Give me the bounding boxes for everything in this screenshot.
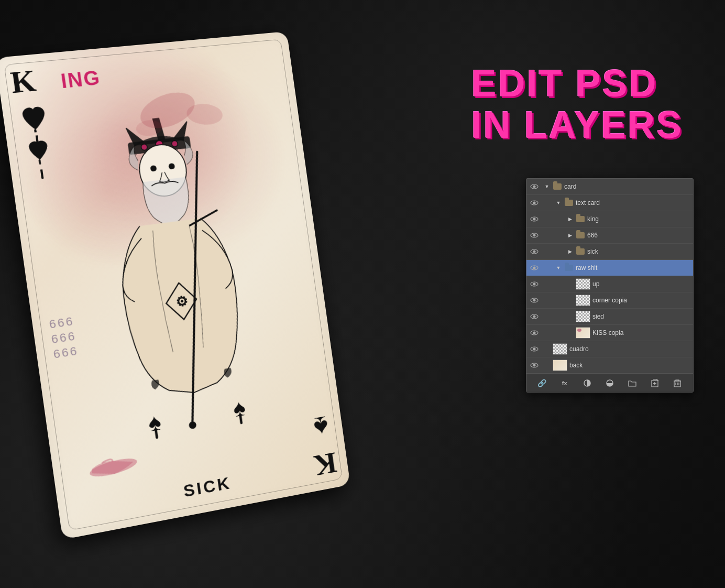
folder-button[interactable] [627, 377, 638, 389]
layer-row-back[interactable]: back [526, 357, 693, 373]
layer-label-corner-copia: corner copia [592, 297, 690, 304]
666-line1: 666 [48, 314, 75, 331]
layer-label-up: up [592, 280, 690, 288]
svg-point-29 [533, 202, 536, 204]
card-king-top: ING [59, 67, 102, 93]
svg-point-31 [533, 218, 536, 221]
svg-text:⚙: ⚙ [174, 293, 189, 310]
eye-icon-back[interactable] [530, 361, 539, 370]
layer-label-cuadro: cuadro [569, 345, 690, 353]
svg-point-35 [533, 251, 536, 253]
layer-thumb-up [576, 278, 590, 290]
heart-2 [24, 138, 55, 170]
layers-list: ▼ card ▼ text card ▶ king ▶ 666 [526, 179, 693, 373]
layer-row-up[interactable]: up [526, 276, 693, 292]
card-k-bottom: K [312, 448, 338, 481]
eye-icon-up[interactable] [530, 279, 539, 289]
svg-point-43 [533, 315, 536, 318]
folder-icon-king [576, 215, 585, 223]
adjust-button[interactable] [604, 377, 616, 389]
layer-row-text-card[interactable]: ▼ text card [526, 195, 693, 211]
layer-thumb-cuadro [553, 343, 567, 355]
layer-label-sick: sick [587, 248, 690, 255]
eye-icon-corner-copia[interactable] [530, 296, 539, 305]
link-button[interactable]: 🔗 [536, 377, 548, 389]
svg-point-41 [533, 299, 536, 302]
page-title: EDIT PSD IN LAYERS [471, 63, 683, 146]
folder-icon-sick [576, 248, 585, 255]
circle-button[interactable] [581, 377, 593, 389]
svg-point-17 [189, 421, 197, 429]
title-line2: IN LAYERS [471, 104, 683, 146]
svg-point-37 [533, 267, 536, 269]
layer-label-text-card: text card [576, 199, 690, 206]
heart-1 [19, 104, 50, 136]
folder-icon-raw-shit [564, 264, 574, 271]
panel-toolbar: 🔗 fx [526, 373, 693, 392]
title-line1: EDIT PSD [471, 63, 683, 104]
arrow-icon-666[interactable]: ▶ [566, 232, 574, 239]
eye-icon-sick[interactable] [530, 247, 539, 256]
layer-label-card: card [564, 183, 690, 190]
svg-point-45 [533, 332, 536, 334]
new-layer-button[interactable] [649, 377, 661, 389]
layer-row-sied[interactable]: sied [526, 309, 693, 324]
layer-row-kiss-copia[interactable]: KISS copia [526, 325, 693, 341]
arrow-icon-text-card[interactable]: ▼ [555, 199, 562, 206]
arrow-icon-card[interactable]: ▼ [543, 183, 551, 190]
layer-label-kiss-copia: KISS copia [592, 329, 690, 336]
folder-icon-666 [576, 232, 585, 239]
folder-icon-text-card [564, 199, 574, 206]
card-k-bottom-letter: K [312, 448, 338, 481]
arrow-icon-raw-shit[interactable]: ▼ [555, 264, 562, 271]
layer-row-king[interactable]: ▶ king [526, 211, 693, 227]
eye-icon-kiss-copia[interactable] [530, 328, 539, 337]
eye-icon-cuadro[interactable] [530, 344, 539, 354]
svg-rect-2 [39, 159, 41, 165]
layer-label-king: king [587, 215, 690, 223]
layer-row-raw-shit[interactable]: ▼ raw shit [526, 260, 693, 276]
svg-point-39 [533, 283, 536, 286]
layer-thumb-kiss-copia [576, 327, 590, 339]
eye-icon-card[interactable] [530, 182, 539, 191]
eye-icon-king[interactable] [530, 214, 539, 224]
svg-point-27 [533, 186, 536, 188]
layer-thumb-corner-copia [576, 295, 590, 306]
layer-row-corner-copia[interactable]: corner copia [526, 292, 693, 308]
fx-button[interactable]: fx [559, 377, 570, 389]
layer-row-cuadro[interactable]: cuadro [526, 341, 693, 357]
layer-row-sick[interactable]: ▶ sick [526, 244, 693, 259]
layer-label-666: 666 [587, 232, 690, 239]
svg-text:♠: ♠ [232, 394, 247, 421]
eye-icon-sied[interactable] [530, 312, 539, 321]
layer-label-raw-shit: raw shit [576, 264, 690, 271]
layer-row-666[interactable]: ▶ 666 [526, 227, 693, 243]
arrow-icon-king[interactable]: ▶ [566, 215, 574, 223]
layer-thumb-sied [576, 311, 590, 322]
svg-point-47 [533, 348, 536, 351]
eye-icon-text-card[interactable] [530, 198, 539, 208]
eye-icon-666[interactable] [530, 231, 539, 240]
layer-thumb-back [553, 360, 567, 371]
svg-point-49 [533, 364, 536, 367]
arrow-icon-sick[interactable]: ▶ [566, 248, 574, 255]
folder-icon-card [553, 183, 562, 190]
svg-rect-0 [34, 129, 37, 134]
layer-row-card[interactable]: ▼ card [526, 179, 693, 194]
layer-label-back: back [569, 362, 690, 369]
delete-button[interactable] [672, 377, 683, 389]
layer-label-sied: sied [592, 313, 690, 320]
svg-text:♠: ♠ [147, 408, 163, 436]
svg-point-33 [533, 234, 536, 237]
card-k-top: K [9, 65, 38, 98]
eye-icon-raw-shit[interactable] [530, 263, 539, 273]
layers-panel: ▼ card ▼ text card ▶ king ▶ 666 [526, 178, 694, 393]
